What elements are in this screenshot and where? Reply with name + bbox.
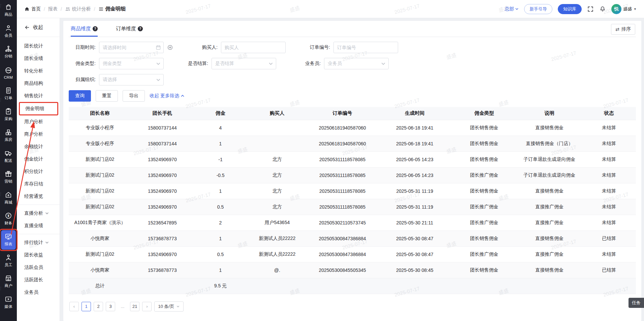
page-button-1[interactable]: 1 — [82, 302, 91, 311]
rail-item-order[interactable]: 订单 — [0, 83, 17, 104]
sidebar-item-8[interactable]: 余额统计 — [17, 140, 60, 153]
table-cell: 新测试门店02 — [69, 246, 131, 262]
add-date-range-icon[interactable] — [167, 44, 173, 50]
query-button[interactable]: 查询 — [69, 90, 91, 102]
filter-select[interactable]: 请选择 — [99, 74, 164, 85]
org-selector[interactable]: 总部 — [505, 6, 519, 12]
order-number-link[interactable]: 202505311118578085 — [307, 199, 378, 215]
breadcrumb-item[interactable]: 报表 — [48, 6, 58, 12]
reset-button[interactable]: 重置 — [96, 90, 118, 102]
breadcrumb-label: 首页 — [31, 6, 41, 12]
tab-order-dimension[interactable]: 订单维度 ? — [116, 21, 143, 37]
rail-item-media[interactable]: 媒体 — [0, 292, 17, 313]
export-button[interactable]: 导出 — [123, 90, 145, 102]
rail-item-merchant[interactable]: 商户 — [0, 271, 17, 292]
page-size-select[interactable]: 10 条/页 — [154, 301, 184, 312]
sidebar-item-1[interactable]: 团长业绩 — [17, 52, 60, 65]
order-number-link[interactable]: 202505311118578085 — [307, 167, 378, 183]
order-number-link[interactable]: 202505302110573745 — [307, 215, 378, 230]
rail-item-staff[interactable]: 员工 — [0, 250, 17, 271]
rail-item-member[interactable]: 会员 — [0, 21, 17, 42]
tab-product-dimension[interactable]: 商品维度 ? — [71, 21, 98, 37]
sidebar-collapse-button[interactable]: 收起 — [17, 18, 60, 37]
sort-button[interactable]: ⇄ 排序 — [611, 24, 635, 35]
tabs-row: 商品维度 ? 订单维度 ? ⇄ 排序 — [69, 21, 636, 37]
sidebar-item-21[interactable]: 业务员 — [17, 286, 60, 298]
sidebar-item-9[interactable]: 佣金统计 — [17, 153, 60, 165]
sidebar-item-15[interactable]: 直播业绩 — [17, 219, 60, 232]
filter-select[interactable]: 业务员 — [324, 58, 389, 69]
sidebar-item-label: 团长收益 — [24, 252, 43, 258]
page-button-3[interactable]: 3 — [106, 302, 115, 311]
guide-button[interactable]: 新手引导 — [524, 4, 552, 14]
help-icon[interactable]: ? — [138, 26, 143, 31]
date-input[interactable] — [99, 42, 164, 53]
filter-select[interactable]: 是否结算 — [212, 58, 276, 69]
table-row: 新测试门店02135249069700.5新测试人员22222202505300… — [69, 246, 636, 262]
table-cell: 直接销售佣金（门店） — [517, 136, 582, 151]
table-cell: 团长销售佣金 — [452, 136, 517, 151]
rail-item-report[interactable]: 报表 — [0, 229, 17, 250]
sidebar-item-label: 转化分析 — [24, 68, 43, 74]
sidebar-item-label: 库存日结 — [24, 181, 43, 187]
filter-control: 是否结算 — [212, 58, 276, 69]
sidebar-item-11[interactable]: 库存日结 — [17, 178, 60, 190]
rail-item-label: 订单 — [4, 95, 12, 101]
sidebar-item-4[interactable]: 销售统计 — [17, 90, 60, 102]
prev-page-button[interactable]: ‹ — [69, 302, 79, 311]
order-number-link[interactable]: 202506181940587060 — [307, 136, 378, 151]
rail-item-finance[interactable]: ¥财务 — [0, 209, 17, 229]
rail-item-purchase[interactable]: 采购 — [0, 104, 17, 125]
sidebar-item-0[interactable]: 团长统计 — [17, 40, 60, 52]
rail-item-distribution[interactable]: 分销 — [0, 42, 17, 63]
rail-item-delivery[interactable]: 配送 — [0, 146, 17, 167]
sidebar-item-5[interactable]: 佣金明细 — [19, 102, 58, 115]
sidebar-item-14[interactable]: 直播分析 — [17, 207, 60, 219]
filter-select[interactable]: 佣金类型 — [99, 58, 164, 69]
sidebar-item-6[interactable]: 用户分析 — [17, 115, 60, 128]
order-number-link[interactable]: 202505311118578085 — [307, 151, 378, 167]
table-cell: 1 — [193, 183, 247, 199]
sidebar-item-10[interactable]: 积分统计 — [17, 165, 60, 178]
page-button-2[interactable]: 2 — [94, 302, 103, 311]
rail-item-goods[interactable]: 商品 — [0, 0, 17, 21]
commission-table: 团长名称团长手机佣金购买人订单编号生成时间佣金类型说明状态 专业版小程序1580… — [69, 107, 636, 294]
breadcrumb-item[interactable]: 首页 — [24, 6, 41, 12]
sidebar-item-19[interactable]: 活跃会员 — [17, 261, 60, 274]
rail-item-label: 员工 — [4, 262, 12, 268]
filter-input[interactable] — [333, 42, 398, 53]
rail-item-mall[interactable]: 商城 — [0, 188, 17, 209]
next-page-button[interactable]: › — [142, 302, 152, 311]
knowledge-base-button[interactable]: 知识库 — [558, 4, 582, 14]
collapse-more-filters-link[interactable]: 收起 更多筛选 — [150, 93, 185, 99]
help-icon[interactable]: ? — [93, 26, 98, 31]
task-tab[interactable]: 任务 — [629, 298, 644, 308]
sidebar-item-7[interactable]: 商户分析 — [17, 128, 60, 140]
sidebar-item-2[interactable]: 转化分析 — [17, 65, 60, 77]
sidebar-item-12[interactable]: 经营通览 — [17, 190, 60, 203]
fullscreen-icon[interactable] — [587, 6, 594, 12]
rail-item-warehouse[interactable]: 库房 — [0, 125, 17, 146]
order-number-link[interactable]: 202505311118578085 — [307, 183, 378, 199]
order-number-link[interactable]: 202505300847386884 — [307, 246, 378, 262]
sidebar-item-18[interactable]: 团长收益 — [17, 249, 60, 261]
table-cell: 2025-06-05 14:23 — [378, 151, 452, 167]
page-button-21[interactable]: 21 — [130, 302, 139, 311]
user-menu[interactable]: 悦 盛盛 ▼ — [611, 4, 637, 14]
filter-input[interactable] — [221, 42, 286, 53]
rail-item-crm[interactable]: CRMCRM — [0, 63, 17, 83]
notifications-bell-icon[interactable] — [599, 6, 606, 12]
filter-control: 佣金类型 — [99, 58, 164, 69]
sidebar-item-20[interactable]: 活跃团长 — [17, 274, 60, 286]
table-cell: 直接销售佣金 — [517, 183, 582, 199]
order-number-link[interactable]: 202506181940587060 — [307, 120, 378, 136]
order-number-link[interactable]: 202505300847386884 — [307, 230, 378, 246]
order-number-link[interactable]: 202505300845505345 — [307, 262, 378, 278]
breadcrumb-item[interactable]: 佣金明细 — [98, 6, 126, 12]
table-cell: 团长销售佣金 — [452, 230, 517, 246]
sidebar-item-17[interactable]: 排行统计 — [17, 236, 60, 249]
breadcrumb-item[interactable]: 统计分析 — [65, 6, 91, 12]
sidebar-item-3[interactable]: 商品结构 — [17, 77, 60, 90]
rail-item-marketing[interactable]: 营销 — [0, 167, 17, 188]
sidebar-item-label: 商户分析 — [24, 131, 43, 137]
